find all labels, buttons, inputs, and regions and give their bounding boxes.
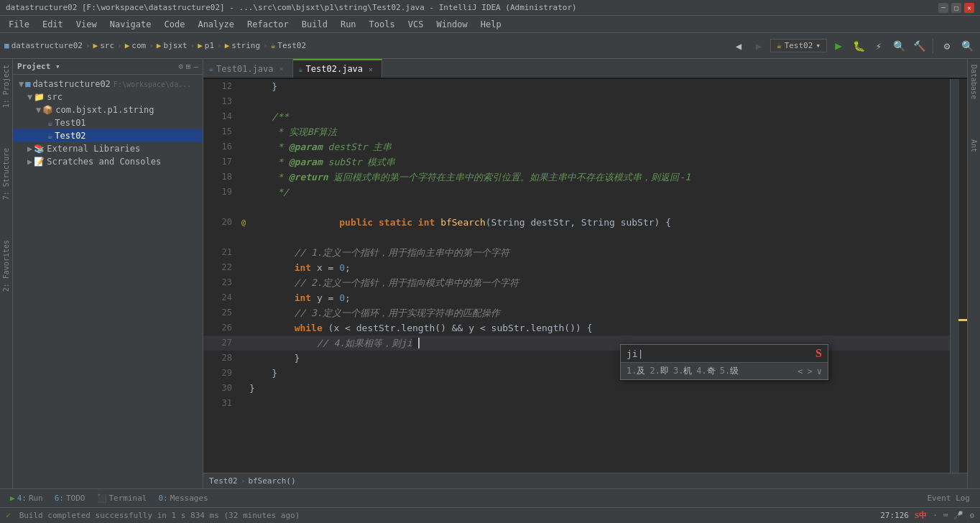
search-button[interactable]: 🔍 (958, 37, 976, 55)
candidate-2[interactable]: 2.即 (650, 365, 668, 377)
tab-test01-label: Test01.java (216, 64, 273, 74)
main-area: 1: Project 7: Structure 2: Favorites Pro… (0, 59, 980, 489)
cursor-position: 27:126 (880, 511, 909, 520)
terminal-bottom-btn[interactable]: ⬛ Terminal (93, 492, 152, 504)
bc-src[interactable]: ▶ src (93, 41, 115, 50)
tree-item-ext-libs[interactable]: ▶ 📚 External Libraries (13, 142, 203, 155)
settings-button[interactable]: ⚙ (938, 37, 956, 55)
code-line-31: 31 (203, 396, 950, 411)
editor-scrollbar[interactable] (950, 79, 958, 473)
candidate-3[interactable]: 3.机 (673, 365, 692, 377)
event-log-btn[interactable]: Event Log (923, 492, 974, 504)
menu-vcs[interactable]: VCS (402, 18, 430, 31)
folder-icon2: ▶ (125, 41, 130, 50)
menu-build[interactable]: Build (296, 18, 333, 31)
profile-button[interactable]: 🔍 (890, 37, 907, 55)
menu-window[interactable]: Window (430, 18, 473, 31)
candidate-1[interactable]: 1.及 (627, 365, 645, 377)
forward-button[interactable]: ▶ (750, 37, 767, 55)
keyboard-icon: ⌨ (943, 511, 948, 520)
bc-com[interactable]: ▶ com (125, 41, 147, 50)
code-line-15: 15 * 实现BF算法 (203, 124, 950, 139)
bc-p1[interactable]: ▶ p1 (198, 41, 214, 50)
tree-item-src[interactable]: ▼ 📁 src (13, 91, 203, 103)
tab-test02-close[interactable]: ✕ (369, 65, 373, 73)
menu-tools[interactable]: Tools (364, 18, 401, 31)
menu-help[interactable]: Help (475, 18, 507, 31)
tab-test01-icon: ☕ (209, 65, 213, 73)
right-tab-database[interactable]: Database (969, 62, 979, 102)
code-line-20: 20 @ public static int bfSearch(String d… (203, 200, 950, 245)
menu-run[interactable]: Run (335, 18, 362, 31)
tab-test02-icon: ☕ (299, 65, 303, 73)
code-line-30: 30 } (203, 381, 950, 396)
messages-label: Messages (170, 494, 208, 503)
menu-analyze[interactable]: Analyze (192, 18, 240, 31)
menu-code[interactable]: Code (159, 18, 191, 31)
expand-candidates-icon[interactable]: ∨ (817, 366, 822, 376)
terminal-label: Terminal (109, 494, 147, 503)
build-button[interactable]: 🔨 (910, 37, 928, 55)
tab-test01-close[interactable]: ✕ (279, 65, 284, 73)
terminal-icon: ⬛ (97, 494, 107, 503)
tree-item-test02[interactable]: ☕ Test02 (13, 129, 203, 142)
tree-item-test01[interactable]: ☕ Test01 (13, 116, 203, 129)
bc-string[interactable]: ▶ string (225, 41, 260, 50)
messages-bottom-btn[interactable]: 0: Messages (154, 492, 212, 504)
next-page-icon[interactable]: > (808, 366, 813, 376)
sidebar-tab-structure[interactable]: 7: Structure (1, 145, 11, 203)
maximize-button[interactable]: □ (951, 3, 961, 13)
run-bottom-btn[interactable]: ▶ 4: Run (6, 492, 47, 504)
sidebar-tab-favorites[interactable]: 2: Favorites (1, 237, 11, 295)
line-gutter-20: @ (238, 215, 249, 230)
project-header: Project ▾ ⚙ ⊞ — (13, 59, 203, 75)
menu-view[interactable]: View (70, 18, 103, 31)
back-button[interactable]: ◀ (730, 37, 747, 55)
prev-page-icon[interactable]: < (798, 366, 803, 376)
tree-item-scratches[interactable]: ▶ 📝 Scratches and Consoles (13, 155, 203, 168)
menu-edit[interactable]: Edit (37, 18, 69, 31)
title-text: datastructure02 [F:\workspace\datastruct… (6, 3, 938, 12)
menu-navigate[interactable]: Navigate (104, 18, 157, 31)
project-layout-icon[interactable]: ⊞ (186, 62, 191, 71)
todo-label: TODO (66, 494, 85, 503)
settings-status-icon[interactable]: ⚙ (969, 511, 974, 520)
pkg-expand-icon: ▼ (36, 105, 41, 115)
menu-refactor[interactable]: Refactor (241, 18, 295, 31)
tree-item-package[interactable]: ▼ 📦 com.bjsxt.p1.string (13, 103, 203, 116)
bc-test02[interactable]: ☕ Test02 (271, 41, 306, 50)
bf-bfsearch[interactable]: bfSearch() (248, 476, 295, 486)
coverage-button[interactable]: ⚡ (870, 37, 887, 55)
titlebar: datastructure02 [F:\workspace\datastruct… (0, 0, 980, 16)
candidate-5[interactable]: 5.级 (720, 365, 739, 377)
code-editor[interactable]: 12 } 13 14 /** 15 (203, 79, 967, 473)
run-bottom-num: 4: (17, 494, 27, 503)
code-line-24: 24 int y = 0; (203, 290, 950, 305)
minimize-button[interactable]: ─ (938, 3, 948, 13)
bc-bjsxt[interactable]: ▶ bjsxt (157, 41, 188, 50)
sidebar-tab-project[interactable]: 1: Project (1, 62, 11, 111)
project-settings-icon[interactable]: ⚙ (178, 62, 183, 71)
autocomplete-popup[interactable]: ji| S 1.及 2.即 3.机 4.奇 5.级 < > ∨ (620, 344, 828, 380)
candidate-4[interactable]: 4.奇 (696, 365, 715, 377)
run-button[interactable]: ▶ (830, 37, 847, 55)
todo-bottom-btn[interactable]: 6: TODO (50, 492, 90, 504)
ext-expand-icon: ▶ (27, 144, 32, 154)
right-tab-ant[interactable]: Ant (969, 136, 979, 155)
menu-file[interactable]: File (3, 18, 35, 31)
bf-test02[interactable]: Test02 (209, 476, 238, 486)
tab-test02[interactable]: ☕ Test02.java ✕ (293, 59, 383, 78)
tab-test01[interactable]: ☕ Test01.java ✕ (203, 59, 293, 78)
close-button[interactable]: ✕ (964, 3, 974, 13)
run-bottom-icon: ▶ (10, 494, 15, 503)
code-line-19: 19 */ (203, 185, 950, 200)
sogou-status-icon[interactable]: S中 (915, 510, 927, 521)
bc-project[interactable]: ■ datastructure02 (4, 41, 83, 50)
src-expand-icon: ▼ (27, 92, 32, 102)
run-config[interactable]: ☕ Test02 ▾ (770, 39, 827, 52)
project-collapse-icon[interactable]: — (193, 62, 198, 71)
toolbar: ■ datastructure02 › ▶ src › ▶ com › ▶ bj… (0, 33, 980, 59)
tree-item-root[interactable]: ▼ ■ datastructure02 F:\workspace\da... (13, 78, 203, 91)
debug-button[interactable]: 🐛 (850, 37, 867, 55)
run-bottom-label: Run (29, 494, 43, 503)
